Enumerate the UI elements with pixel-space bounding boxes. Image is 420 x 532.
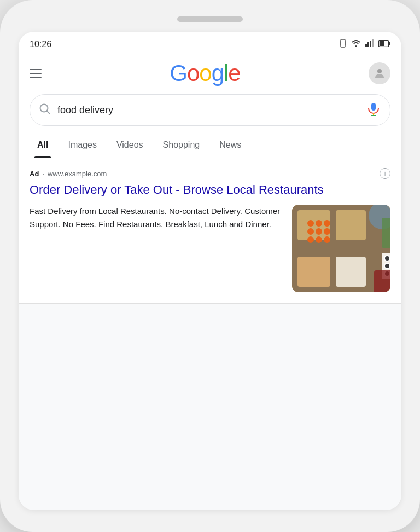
status-bar: 10:26 <box>19 32 401 55</box>
search-icon <box>39 103 51 117</box>
mic-icon[interactable] <box>366 101 381 119</box>
ad-url[interactable]: www.example.com <box>48 170 107 178</box>
status-icons <box>339 38 390 50</box>
svg-point-10 <box>377 69 382 73</box>
ad-bold-label: Ad <box>30 170 39 178</box>
status-time: 10:26 <box>30 39 51 49</box>
green-food <box>382 218 390 248</box>
battery-icon <box>378 39 390 49</box>
svg-rect-2 <box>346 41 347 45</box>
svg-line-12 <box>47 111 50 114</box>
svg-rect-5 <box>370 41 371 47</box>
svg-rect-8 <box>380 41 384 46</box>
svg-rect-3 <box>365 44 367 47</box>
search-bar[interactable]: food delivery <box>30 94 390 126</box>
ad-label: Ad · www.example.com <box>30 170 107 178</box>
ad-separator: · <box>42 170 44 178</box>
tab-all[interactable]: All <box>27 132 58 158</box>
logo-o1: o <box>187 60 199 86</box>
logo-o2: o <box>199 60 211 86</box>
svg-rect-4 <box>368 42 369 47</box>
tab-shopping[interactable]: Shopping <box>153 132 210 158</box>
profile-avatar[interactable] <box>369 62 390 84</box>
food-box-4 <box>336 257 366 287</box>
tab-news[interactable]: News <box>209 132 251 158</box>
hamburger-menu-icon[interactable] <box>30 69 42 78</box>
ad-image <box>292 205 390 292</box>
vibrate-icon <box>339 38 347 50</box>
tab-images[interactable]: Images <box>58 132 106 158</box>
google-logo: Google <box>170 60 240 86</box>
ad-description: Fast Delivery from Local Restaurants. No… <box>30 205 283 231</box>
svg-rect-1 <box>340 41 341 45</box>
results-area: Ad · www.example.com i Order Delivery or… <box>19 158 401 510</box>
logo-g2: g <box>212 60 224 86</box>
wifi-icon <box>351 39 361 49</box>
info-icon-label: i <box>384 170 386 177</box>
logo-l: l <box>224 60 228 86</box>
ad-label-row: Ad · www.example.com i <box>30 168 390 179</box>
logo-e: e <box>228 60 240 86</box>
logo-g: G <box>170 60 187 86</box>
food-box-3 <box>298 257 330 287</box>
filter-tabs: All Images Videos Shopping News <box>19 132 401 158</box>
google-header: Google <box>19 55 401 94</box>
svg-rect-0 <box>341 39 345 47</box>
phone-screen: 10:26 <box>19 32 401 510</box>
speaker-bar <box>177 16 243 22</box>
info-icon[interactable]: i <box>380 168 390 179</box>
tab-videos[interactable]: Videos <box>107 132 153 158</box>
phone-frame: 10:26 <box>0 0 420 532</box>
food-box-1 <box>298 210 330 240</box>
svg-rect-13 <box>371 103 376 111</box>
ad-card: Ad · www.example.com i Order Delivery or… <box>19 158 401 304</box>
svg-rect-9 <box>389 42 390 45</box>
red-cup <box>374 270 390 292</box>
food-image-canvas <box>292 205 390 292</box>
orange-balls <box>305 218 334 244</box>
svg-rect-6 <box>372 39 374 47</box>
search-query: food delivery <box>57 105 359 116</box>
ad-link-title[interactable]: Order Delivery or Take Out - Browse Loca… <box>30 182 390 198</box>
search-bar-container: food delivery <box>19 94 401 132</box>
food-box-2 <box>336 210 366 240</box>
signal-icon <box>365 39 374 49</box>
ad-content-row: Fast Delivery from Local Restaurants. No… <box>30 205 390 292</box>
